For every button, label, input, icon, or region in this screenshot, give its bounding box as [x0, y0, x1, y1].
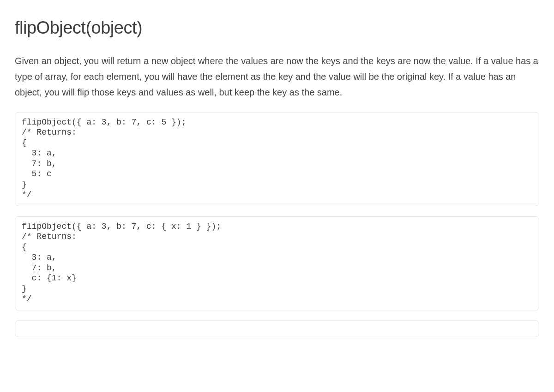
code-example-3 — [15, 321, 539, 337]
description-text: Given an object, you will return a new o… — [15, 53, 539, 100]
page-title: flipObject(object) — [15, 14, 539, 42]
code-example-2: flipObject({ a: 3, b: 7, c: { x: 1 } });… — [15, 216, 539, 310]
code-example-1: flipObject({ a: 3, b: 7, c: 5 }); /* Ret… — [15, 112, 539, 206]
